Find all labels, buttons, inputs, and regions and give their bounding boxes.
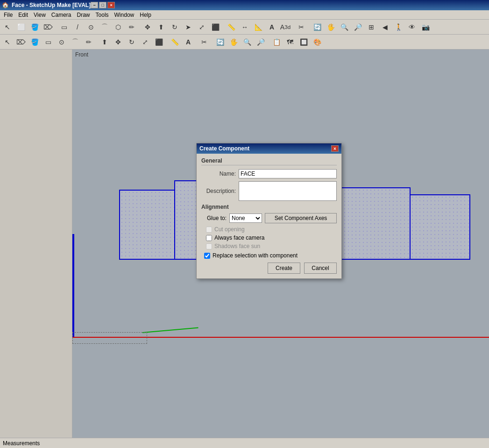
protractor-tool[interactable]: 📐: [252, 21, 265, 34]
eraser-tool[interactable]: ⌦: [42, 21, 55, 34]
freehand-tool[interactable]: ✏: [125, 21, 138, 34]
offset-tool2[interactable]: ⬛: [152, 36, 165, 49]
toolbar-1: ↖ ⬜ 🪣 ⌦ ▭ / ⊙ ⌒ ⬡ ✏ ✥ ⬆ ↻ ➤ ⤢ ⬛ 📏 ↔ 📐 A …: [0, 20, 489, 35]
circle-tool[interactable]: ⊙: [85, 21, 98, 34]
glue-to-select[interactable]: None Any Horizontal Vertical Sloped: [229, 213, 262, 223]
set-axes-button[interactable]: Set Component Axes: [265, 213, 337, 223]
position-camera-tool[interactable]: 📷: [419, 21, 432, 34]
circle-tool2[interactable]: ⊙: [55, 36, 68, 49]
title-bar: 🏠 Face - SketchUp Make [EVAL] − □ ×: [0, 0, 489, 10]
view-layers[interactable]: 📋: [270, 36, 283, 49]
zoom-w-tool2[interactable]: 🔎: [254, 36, 267, 49]
close-button[interactable]: ×: [107, 2, 115, 8]
follow-me-tool[interactable]: ➤: [182, 21, 195, 34]
paint-bucket-tool[interactable]: 🪣: [28, 21, 41, 34]
glue-to-label: Glue to:: [201, 215, 227, 221]
push-tool2[interactable]: ⬆: [98, 36, 111, 49]
polygon-tool[interactable]: ⬡: [112, 21, 125, 34]
menu-camera[interactable]: Camera: [49, 11, 74, 19]
make-component-tool[interactable]: ⬜: [14, 21, 28, 34]
select-tool2[interactable]: ↖: [1, 36, 14, 49]
orbit-tool2[interactable]: 🔄: [213, 36, 227, 49]
orbit-tool[interactable]: 🔄: [311, 21, 324, 34]
dialog-buttons: Create Cancel: [201, 263, 337, 274]
cancel-button[interactable]: Cancel: [304, 263, 337, 274]
zoom-window-tool[interactable]: 🔎: [351, 21, 364, 34]
always-face-camera-checkbox[interactable]: [206, 235, 212, 241]
view-materials[interactable]: 🎨: [311, 36, 324, 49]
status-bar: Measurements: [0, 438, 489, 448]
menu-tools[interactable]: Tools: [93, 11, 112, 19]
pan-tool[interactable]: 🖐: [324, 21, 337, 34]
offset-tool[interactable]: ⬛: [209, 21, 222, 34]
replace-selection-checkbox[interactable]: [204, 253, 210, 259]
move-tool2[interactable]: ✥: [112, 36, 125, 49]
section-tool2[interactable]: ✂: [198, 36, 211, 49]
alignment-section-header: Alignment: [201, 204, 337, 210]
menu-view[interactable]: View: [31, 11, 49, 19]
zoom-tool[interactable]: 🔍: [338, 21, 351, 34]
create-component-dialog: Create Component × General Name: Descrip…: [196, 143, 342, 279]
title-text: Face - SketchUp Make [EVAL]: [12, 2, 91, 8]
previous-view-tool[interactable]: ◀: [378, 21, 391, 34]
name-label: Name:: [201, 171, 239, 177]
line-tool[interactable]: /: [71, 21, 84, 34]
rotate-tool[interactable]: ↻: [168, 21, 181, 34]
push-pull-tool[interactable]: ⬆: [155, 21, 168, 34]
shape-block-5: [410, 194, 470, 260]
view-outliner[interactable]: 🗺: [283, 36, 297, 49]
section-plane-tool[interactable]: ✂: [295, 21, 308, 34]
look-around-tool[interactable]: 👁: [405, 21, 418, 34]
zoom-extents-tool[interactable]: ⊞: [365, 21, 378, 34]
shadows-face-sun-label: Shadows face sun: [214, 243, 260, 249]
cut-opening-checkbox[interactable]: [206, 227, 212, 233]
tape-tool2[interactable]: 📏: [168, 36, 181, 49]
dimensions-tool[interactable]: ↔: [238, 21, 251, 34]
green-axis-line: [142, 327, 198, 333]
shadows-face-sun-checkbox[interactable]: [206, 243, 212, 249]
pan-tool2[interactable]: 🖐: [227, 36, 240, 49]
menu-file[interactable]: File: [1, 11, 15, 19]
move-tool[interactable]: ✥: [141, 21, 154, 34]
dialog-titlebar[interactable]: Create Component ×: [197, 143, 341, 154]
name-input[interactable]: [239, 169, 337, 178]
menu-edit[interactable]: Edit: [15, 11, 31, 19]
paint-tool2[interactable]: 🪣: [28, 36, 41, 49]
general-section-header: General: [201, 157, 337, 165]
description-row: Description:: [201, 181, 337, 201]
description-input[interactable]: [239, 181, 337, 201]
text-tool2[interactable]: A: [182, 36, 195, 49]
glue-to-row: Glue to: None Any Horizontal Vertical Sl…: [201, 213, 337, 223]
erase-tool2[interactable]: ⌦: [14, 36, 28, 49]
arc-tool2[interactable]: ⌒: [69, 36, 82, 49]
text-tool[interactable]: A: [265, 21, 278, 34]
zoom-tool2[interactable]: 🔍: [241, 36, 254, 49]
toolbar-2: ↖ ⌦ 🪣 ▭ ⊙ ⌒ ✏ ⬆ ✥ ↻ ⤢ ⬛ 📏 A ✂ 🔄 🖐 🔍 🔎 📋 …: [0, 35, 489, 50]
dialog-close-button[interactable]: ×: [331, 145, 339, 152]
minimize-button[interactable]: −: [91, 2, 98, 8]
shape-block-1: [119, 190, 175, 260]
shape-block-4: [338, 187, 411, 260]
create-button[interactable]: Create: [268, 263, 300, 274]
rotate-tool2[interactable]: ↻: [125, 36, 138, 49]
scale-tool2[interactable]: ⤢: [139, 36, 152, 49]
title-bar-controls: − □ ×: [91, 2, 115, 8]
maximize-button[interactable]: □: [99, 2, 106, 8]
arc-tool[interactable]: ⌒: [98, 21, 111, 34]
menu-draw[interactable]: Draw: [74, 11, 93, 19]
tape-measure-tool[interactable]: 📏: [225, 21, 238, 34]
rect-tool2[interactable]: ▭: [42, 36, 55, 49]
select-tool[interactable]: ↖: [1, 21, 14, 34]
blue-vertical-line: [72, 234, 74, 337]
menu-window[interactable]: Window: [112, 11, 137, 19]
description-label: Description:: [201, 188, 239, 194]
canvas-area[interactable]: Front Create Component: [72, 50, 489, 438]
3d-text-tool[interactable]: A3d: [279, 21, 292, 34]
freehand-tool2[interactable]: ✏: [82, 36, 95, 49]
view-components[interactable]: 🔲: [297, 36, 310, 49]
scale-tool[interactable]: ⤢: [195, 21, 208, 34]
walk-tool[interactable]: 🚶: [392, 21, 405, 34]
dialog-body: General Name: Description: Alignment: [197, 154, 341, 278]
rectangle-tool[interactable]: ▭: [57, 21, 71, 34]
menu-help[interactable]: Help: [137, 11, 154, 19]
